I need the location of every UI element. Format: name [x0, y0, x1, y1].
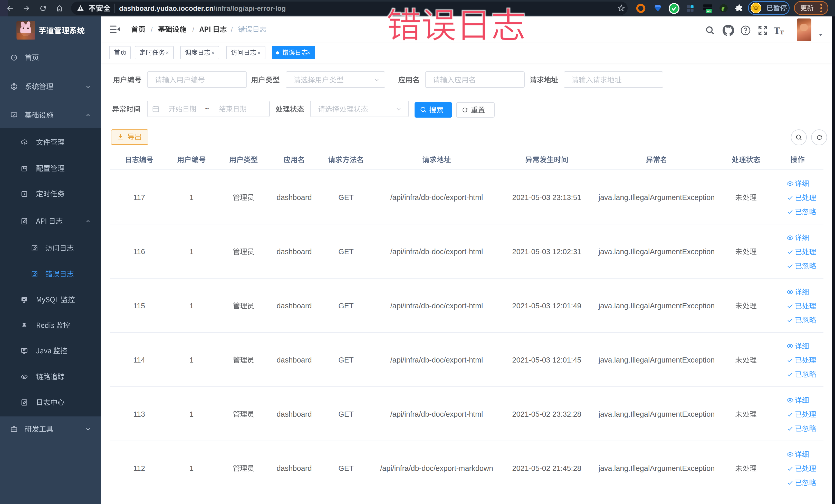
svg-text:T: T — [774, 26, 780, 36]
svg-text:on: on — [707, 9, 711, 13]
svg-text:T: T — [780, 29, 784, 36]
